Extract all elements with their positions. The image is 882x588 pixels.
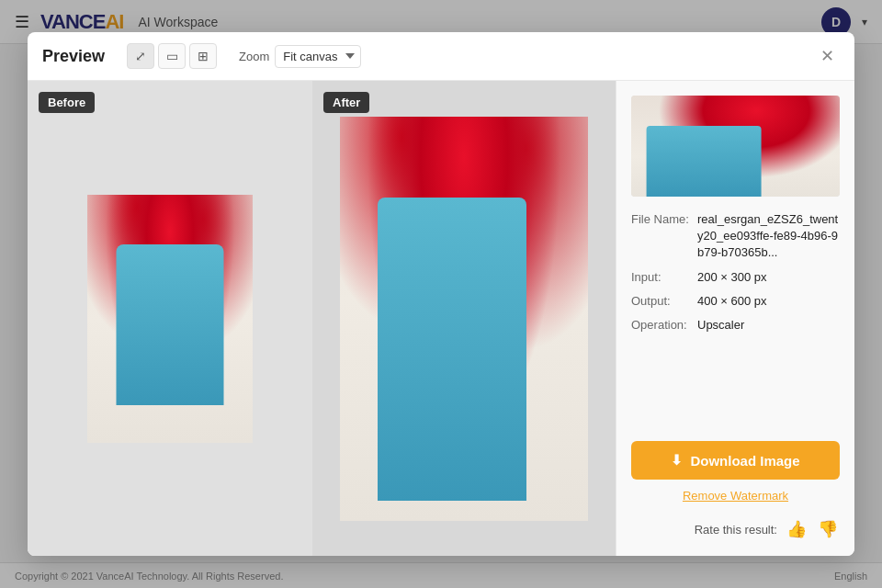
file-info: File Name: real_esrgan_eZSZ6_twenty20_ee… bbox=[631, 211, 840, 341]
rate-row: Rate this result: 👍 👎 bbox=[631, 517, 840, 541]
view-side-btn[interactable]: ▭ bbox=[158, 43, 186, 69]
remove-watermark-link[interactable]: Remove Watermark bbox=[631, 489, 840, 503]
zoom-control: Zoom Fit canvas 50% 75% 100% 150% 200% bbox=[239, 45, 361, 68]
modal-header: Preview ⤢ ▭ ⊞ Zoom Fit canvas 50% 75% 10… bbox=[28, 32, 854, 81]
before-label: Before bbox=[39, 92, 95, 113]
input-value: 200 × 300 px bbox=[697, 269, 767, 286]
thumb-photo bbox=[631, 96, 840, 197]
preview-area: Before After bbox=[28, 81, 616, 556]
view-grid-btn[interactable]: ⊞ bbox=[189, 43, 217, 69]
close-button[interactable]: ✕ bbox=[814, 43, 840, 69]
before-image bbox=[87, 195, 253, 443]
output-label: Output: bbox=[631, 293, 697, 310]
modal-body: Before After bbox=[28, 81, 854, 556]
thumbs-down-button[interactable]: 👎 bbox=[816, 517, 840, 541]
after-image bbox=[340, 117, 588, 521]
download-label: Download Image bbox=[690, 453, 799, 469]
view-controls: ⤢ ▭ ⊞ bbox=[127, 43, 217, 69]
operation-value: Upscaler bbox=[697, 317, 744, 334]
input-row: Input: 200 × 300 px bbox=[631, 269, 840, 286]
info-panel: File Name: real_esrgan_eZSZ6_twenty20_ee… bbox=[616, 81, 854, 556]
filename-value: real_esrgan_eZSZ6_twenty20_ee093ffe-fe89… bbox=[697, 211, 840, 262]
download-icon: ⬇ bbox=[671, 452, 683, 469]
image-thumbnail bbox=[631, 96, 840, 197]
operation-label: Operation: bbox=[631, 317, 697, 334]
download-button[interactable]: ⬇ Download Image bbox=[631, 441, 840, 480]
modal-title: Preview bbox=[42, 47, 105, 66]
zoom-select[interactable]: Fit canvas 50% 75% 100% 150% 200% bbox=[275, 45, 361, 68]
filename-label: File Name: bbox=[631, 211, 697, 228]
operation-row: Operation: Upscaler bbox=[631, 317, 840, 334]
input-label: Input: bbox=[631, 269, 697, 286]
view-split-btn[interactable]: ⤢ bbox=[127, 43, 154, 69]
zoom-label: Zoom bbox=[239, 50, 269, 63]
output-row: Output: 400 × 600 px bbox=[631, 293, 840, 310]
thumbs-up-button[interactable]: 👍 bbox=[785, 517, 808, 541]
before-panel: Before bbox=[28, 81, 312, 556]
output-value: 400 × 600 px bbox=[697, 293, 767, 310]
filename-row: File Name: real_esrgan_eZSZ6_twenty20_ee… bbox=[631, 211, 840, 262]
info-spacer bbox=[631, 356, 840, 441]
after-label: After bbox=[323, 92, 369, 113]
before-photo bbox=[87, 195, 253, 443]
preview-modal: Preview ⤢ ▭ ⊞ Zoom Fit canvas 50% 75% 10… bbox=[28, 32, 854, 556]
rate-label: Rate this result: bbox=[695, 523, 777, 537]
after-photo bbox=[340, 117, 588, 521]
modal-overlay: Preview ⤢ ▭ ⊞ Zoom Fit canvas 50% 75% 10… bbox=[0, 0, 882, 588]
after-panel: After bbox=[312, 81, 616, 556]
